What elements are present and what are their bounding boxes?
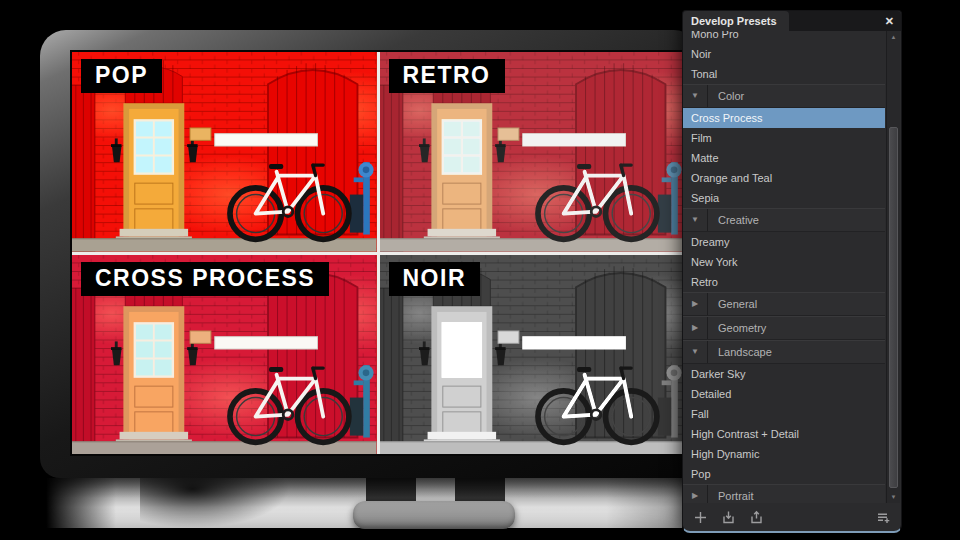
preset-item-label: Retro <box>683 276 718 288</box>
panel-header: Develop Presets ✕ <box>683 11 901 31</box>
preset-item-label: Fall <box>683 408 709 420</box>
screen-grid: POP RETRO CROSS PROCESS NOIR <box>72 52 684 454</box>
triangle-right-icon[interactable]: ▶ <box>683 293 708 315</box>
preset-group-portrait[interactable]: ▶Portrait <box>683 484 885 503</box>
preset-item-sepia[interactable]: Sepia <box>683 188 885 208</box>
scroll-down-icon[interactable]: ▼ <box>887 494 900 500</box>
preset-list: Mono ProNoirTonal▼ColorCross ProcessFilm… <box>683 31 885 503</box>
preset-group-label: Geometry <box>708 322 766 334</box>
preset-item-retro[interactable]: Retro <box>683 272 885 292</box>
preset-item-label: Sepia <box>683 192 719 204</box>
scrollbar-thumb[interactable] <box>889 127 898 488</box>
quadrant-pop: POP <box>72 52 377 252</box>
preset-item-label: Pop <box>683 468 711 480</box>
monitor: POP RETRO CROSS PROCESS NOIR <box>40 30 700 478</box>
preset-item-detailed[interactable]: Detailed <box>683 384 885 404</box>
panel-title: Develop Presets <box>691 15 777 27</box>
import-presets-icon[interactable] <box>721 510 736 525</box>
panel-body: Mono ProNoirTonal▼ColorCross ProcessFilm… <box>683 31 901 503</box>
preset-group-label: Portrait <box>708 490 753 502</box>
panel-tab-develop-presets[interactable]: Develop Presets <box>683 11 789 31</box>
preset-item-label: Tonal <box>683 68 717 80</box>
preset-group-label: Color <box>708 90 744 102</box>
preset-item-label: Film <box>683 132 712 144</box>
preset-item-label: Mono Pro <box>683 31 739 40</box>
triangle-right-icon[interactable]: ▶ <box>683 485 708 503</box>
triangle-right-icon[interactable]: ▶ <box>683 317 708 339</box>
scrollbar[interactable]: ▲ ▼ <box>886 31 900 503</box>
preset-item-label: High Contrast + Detail <box>683 428 799 440</box>
monitor-shadow <box>140 476 290 528</box>
preset-group-color[interactable]: ▼Color <box>683 84 885 108</box>
preset-group-landscape[interactable]: ▼Landscape <box>683 340 885 364</box>
stage: POP RETRO CROSS PROCESS NOIR Develop Pre… <box>0 0 960 540</box>
close-icon[interactable]: ✕ <box>885 14 894 28</box>
preset-group-label: Landscape <box>708 346 772 358</box>
preset-item-label: New York <box>683 256 737 268</box>
quadrant-cross: CROSS PROCESS <box>72 255 377 455</box>
preset-item-label: Cross Process <box>683 112 763 124</box>
preset-item-dreamy[interactable]: Dreamy <box>683 232 885 252</box>
preset-item-high-contrast-detail[interactable]: High Contrast + Detail <box>683 424 885 444</box>
preset-group-label: General <box>708 298 757 310</box>
preset-item-tonal[interactable]: Tonal <box>683 64 885 84</box>
preset-item-high-dynamic[interactable]: High Dynamic <box>683 444 885 464</box>
preset-item-new-york[interactable]: New York <box>683 252 885 272</box>
add-preset-icon[interactable] <box>693 510 708 525</box>
preset-item-orange-and-teal[interactable]: Orange and Teal <box>683 168 885 188</box>
export-presets-icon[interactable] <box>749 510 764 525</box>
preset-group-creative[interactable]: ▼Creative <box>683 208 885 232</box>
panel-toolbar <box>683 503 901 531</box>
preset-item-matte[interactable]: Matte <box>683 148 885 168</box>
scroll-up-icon[interactable]: ▲ <box>887 34 900 40</box>
preset-item-label: Matte <box>683 152 719 164</box>
preset-item-label: High Dynamic <box>683 448 759 460</box>
preset-item-cross-process[interactable]: Cross Process <box>683 108 885 128</box>
preset-group-general[interactable]: ▶General <box>683 292 885 316</box>
screen: POP RETRO CROSS PROCESS NOIR <box>70 50 686 456</box>
quadrant-label: CROSS PROCESS <box>81 262 329 296</box>
preset-item-mono-pro[interactable]: Mono Pro <box>683 31 885 44</box>
preset-item-darker-sky[interactable]: Darker Sky <box>683 364 885 384</box>
new-preset-group-icon[interactable] <box>876 510 891 525</box>
preset-item-label: Dreamy <box>683 236 730 248</box>
preset-item-label: Orange and Teal <box>683 172 772 184</box>
preset-item-label: Noir <box>683 48 711 60</box>
preset-item-label: Detailed <box>683 388 731 400</box>
quadrant-noir: NOIR <box>380 255 685 455</box>
quadrant-label: POP <box>81 59 162 93</box>
preset-item-label: Darker Sky <box>683 368 745 380</box>
preset-item-fall[interactable]: Fall <box>683 404 885 424</box>
triangle-down-icon[interactable]: ▼ <box>683 85 708 107</box>
preset-item-pop[interactable]: Pop <box>683 464 885 484</box>
quadrant-label: NOIR <box>389 262 481 296</box>
preset-item-noir[interactable]: Noir <box>683 44 885 64</box>
preset-item-film[interactable]: Film <box>683 128 885 148</box>
triangle-down-icon[interactable]: ▼ <box>683 341 708 363</box>
preset-group-label: Creative <box>708 214 759 226</box>
triangle-down-icon[interactable]: ▼ <box>683 209 708 231</box>
develop-presets-panel: Develop Presets ✕ Mono ProNoirTonal▼Colo… <box>682 10 902 533</box>
preset-group-geometry[interactable]: ▶Geometry <box>683 316 885 340</box>
quadrant-label: RETRO <box>389 59 505 93</box>
stand-base <box>353 501 515 529</box>
quadrant-retro: RETRO <box>380 52 685 252</box>
